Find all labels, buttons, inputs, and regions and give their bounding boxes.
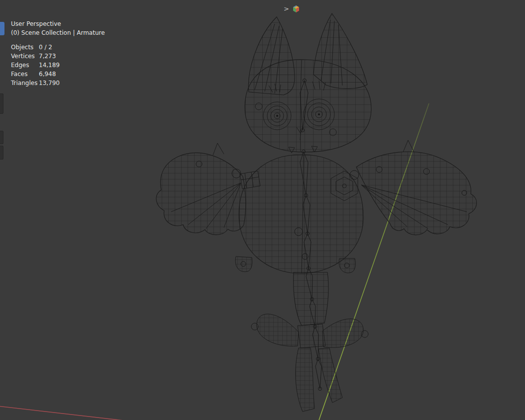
scene-statistics: Objects 0 / 2 Vertices 7,273 Edges 14,18… [11, 43, 105, 87]
stat-row-triangles: Triangles 13,790 [11, 79, 105, 87]
stat-value: 13,790 [39, 79, 60, 87]
stat-label: Faces [11, 70, 39, 79]
view-perspective-label: User Perspective [11, 19, 105, 28]
stat-label: Vertices [11, 52, 39, 61]
sidebar-tab-collapsed-2[interactable] [0, 131, 3, 144]
axis-line-red [0, 406, 123, 420]
stat-row-edges: Edges 14,189 [11, 61, 105, 70]
bat-head [245, 60, 371, 152]
collapsed-header: > [284, 4, 300, 13]
wireframe-model [156, 13, 477, 412]
sidebar-tab-collapsed-3[interactable] [0, 146, 3, 160]
stat-value: 6,948 [39, 70, 56, 79]
bow [251, 314, 368, 412]
sidebar-tab-collapsed-1[interactable] [0, 93, 3, 114]
stat-value: 14,189 [39, 61, 60, 70]
expand-header-chevron[interactable]: > [284, 4, 289, 13]
bow-left-ribbon [296, 348, 315, 412]
bow-right-ribbon [318, 348, 342, 403]
stat-value: 0 / 2 [39, 43, 52, 52]
bat-left-eye [263, 102, 291, 130]
sidebar-tab-active[interactable] [0, 22, 4, 35]
stat-label: Triangles [11, 79, 39, 87]
stat-value: 7,273 [39, 52, 56, 61]
active-collection-label: (0) Scene Collection | Armature [11, 28, 105, 37]
viewport-overlay: User Perspective (0) Scene Collection | … [11, 19, 105, 87]
bat-left-foot [235, 256, 252, 272]
bat-body [239, 155, 363, 273]
bat-right-foot [339, 258, 355, 273]
stat-label: Objects [11, 43, 39, 52]
scene-cube-icon[interactable] [292, 5, 300, 13]
stat-row-faces: Faces 6,948 [11, 70, 105, 79]
stat-label: Edges [11, 61, 39, 70]
stat-row-vertices: Vertices 7,273 [11, 52, 105, 61]
bat-tail-column [294, 272, 328, 326]
stat-row-objects: Objects 0 / 2 [11, 43, 105, 52]
